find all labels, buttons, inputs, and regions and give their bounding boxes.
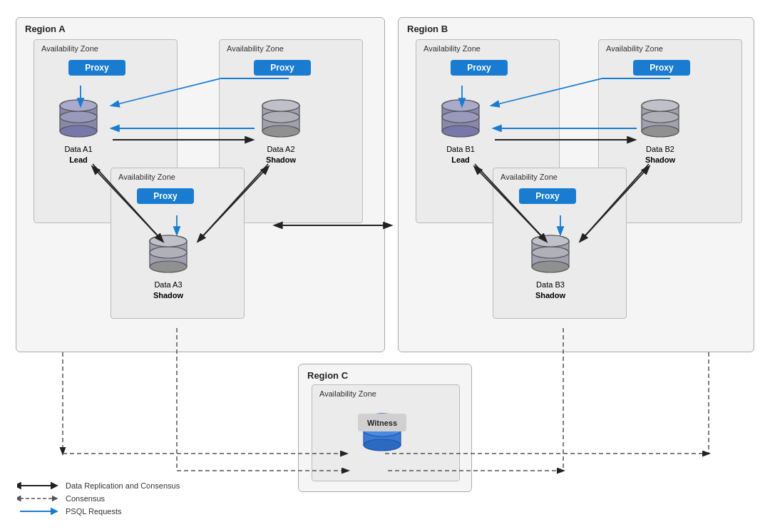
db-b2-label: Data B2 Shadow [645,144,675,166]
svg-point-32 [364,439,401,451]
region-b-label: Region B [407,24,448,34]
region-b: Region B Availability Zone Proxy Data B1… [398,17,754,352]
svg-point-8 [262,111,299,123]
db-a3: Data A3 Shadow [147,232,190,302]
legend: Data Replication and Consensus Consensus [17,481,180,519]
proxy-b3[interactable]: Proxy [519,188,576,204]
svg-point-7 [262,126,299,137]
az-c1: Availability Zone Witness [312,384,460,481]
svg-point-12 [150,261,187,272]
svg-point-13 [150,247,187,258]
db-b2: Data B2 Shadow [639,97,682,166]
az-a2-label: Availability Zone [227,44,284,53]
legend-psql-icon [17,506,60,516]
db-a3-label: Data A3 Shadow [153,280,183,302]
proxy-b1[interactable]: Proxy [451,60,508,76]
proxy-b2[interactable]: Proxy [633,60,690,76]
svg-point-14 [150,235,187,247]
svg-point-19 [442,100,479,111]
az-a1-label: Availability Zone [41,44,98,53]
region-a-label: Region A [25,24,66,34]
svg-point-22 [642,126,679,137]
legend-item-psql: PSQL Requests [17,506,180,516]
db-b3-label: Data B3 Shadow [535,280,565,302]
legend-replication-label: Data Replication and Consensus [66,481,180,490]
az-b3-label: Availability Zone [500,173,558,181]
svg-point-23 [642,111,679,123]
region-a: Region A Availability Zone Proxy Data A1… [16,17,385,352]
az-a3-label: Availability Zone [118,173,175,181]
db-a2: Data A2 Shadow [260,97,302,166]
svg-point-4 [60,100,97,111]
legend-item-consensus: Consensus [17,493,180,503]
witness-label: Witness [367,419,397,427]
proxy-a1[interactable]: Proxy [68,60,125,76]
az-c1-label: Availability Zone [319,389,376,398]
db-a2-label: Data A2 Shadow [266,144,296,166]
az-a3: Availability Zone Proxy Data A3 Shadow [111,168,245,319]
az-b3: Availability Zone Proxy Data B3 Shadow [493,168,627,319]
az-b1-label: Availability Zone [423,44,481,53]
db-b3: Data B3 Shadow [529,232,572,302]
db-b1: Data B1 Lead [439,97,482,166]
diagram-container: Region A Availability Zone Proxy Data A1… [0,0,770,532]
svg-point-2 [60,126,97,137]
svg-point-24 [642,100,679,111]
region-c-label: Region C [307,370,348,381]
svg-point-18 [442,111,479,123]
db-a1: Data A1 Lead [57,97,100,166]
witness-node: Witness [361,411,404,455]
svg-point-3 [60,111,97,123]
svg-point-9 [262,100,299,111]
legend-psql-label: PSQL Requests [66,507,121,516]
legend-replication-icon [17,481,60,491]
svg-point-28 [532,247,569,258]
legend-consensus-icon [17,493,60,503]
region-c: Region C Availability Zone Witness [298,364,472,492]
az-b2-label: Availability Zone [606,44,663,53]
proxy-a3[interactable]: Proxy [137,188,194,204]
svg-point-29 [532,235,569,247]
legend-item-replication: Data Replication and Consensus [17,481,180,491]
svg-point-17 [442,126,479,137]
db-a1-label: Data A1 Lead [64,144,92,166]
witness-label-box: Witness [358,414,406,431]
proxy-a2[interactable]: Proxy [254,60,311,76]
legend-consensus-label: Consensus [66,494,105,503]
svg-point-27 [532,261,569,272]
db-b1-label: Data B1 Lead [446,144,475,166]
